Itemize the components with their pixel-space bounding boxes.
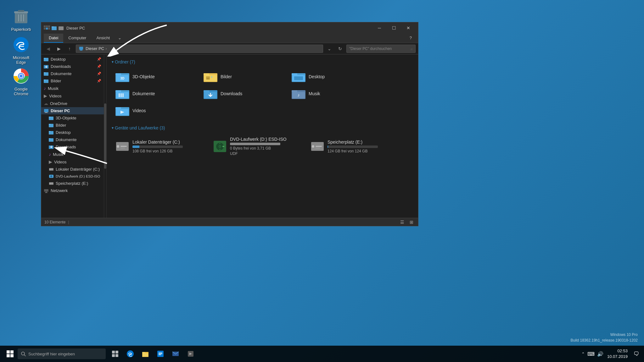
sidebar-scrollbar-thumb[interactable] (104, 103, 106, 169)
nav-forward-button[interactable]: ▶ (54, 44, 63, 53)
svg-point-93 (219, 146, 221, 147)
sidebar-item-netzwerk[interactable]: Netzwerk (41, 187, 104, 194)
desktop-icon-chrome[interactable]: Google Chrome (7, 66, 35, 97)
sidebar-item-3dobjekte-sub[interactable]: 3D-Objekte (41, 114, 104, 122)
svg-rect-108 (115, 354, 118, 357)
sidebar-label-musik-quick: Musik (48, 86, 59, 91)
svg-rect-24 (80, 50, 83, 51)
address-path-text: Dieser PC (86, 46, 104, 51)
ribbon-tab-datei[interactable]: Datei (44, 34, 63, 43)
sidebar-item-bilder-sub[interactable]: Bilder (41, 122, 104, 129)
svg-rect-36 (49, 117, 51, 118)
folder-item-bilder[interactable]: Bilder (200, 68, 288, 85)
ribbon-help-button[interactable]: ? (406, 34, 416, 43)
taskbar-icon-store[interactable] (154, 346, 167, 361)
taskbar-icon-edge[interactable] (123, 346, 137, 361)
svg-rect-83 (115, 107, 121, 109)
drives-section-label: Geräte und Laufwerke (3) (115, 125, 165, 130)
svg-rect-15 (48, 25, 50, 27)
title-bar-title: Dieser PC (66, 26, 372, 30)
address-path[interactable]: Dieser PC › (76, 45, 323, 53)
sidebar-label-dieser-pc: Dieser PC (51, 108, 70, 113)
view-tiles-button[interactable]: ⊞ (408, 219, 415, 226)
system-clock[interactable]: 02:53 10.07.2019 (607, 348, 628, 359)
sidebar-item-e-drive[interactable]: Speicherplatz (E:) (41, 180, 104, 187)
taskbar-search-box[interactable]: Suchbegriff hier eingeben (18, 348, 106, 359)
ribbon-tab-ansicht[interactable]: Ansicht (91, 34, 115, 43)
explorer-window: Dieser PC ─ ☐ ✕ Datei Computer Ansicht ⌄… (41, 22, 418, 226)
taskbar-edge-icon (126, 350, 134, 358)
svg-rect-46 (51, 169, 53, 169)
address-refresh-button[interactable]: ↻ (336, 44, 344, 53)
svg-rect-105 (112, 351, 115, 354)
notification-button[interactable]: 🗨 (631, 346, 641, 361)
toolbar-icon-pin (58, 25, 64, 30)
tray-volume-icon[interactable]: 🔊 (597, 351, 603, 357)
taskbar-icon-mail[interactable] (169, 346, 182, 361)
drive-item-c[interactable]: Lokaler Datenträger (C:) 108 GB frei von… (112, 134, 209, 158)
start-button[interactable] (3, 346, 18, 361)
folder-item-desktop[interactable]: Desktop (288, 68, 376, 85)
drive-item-e[interactable]: Speicherplatz (E:) 124 GB frei von 124 G… (307, 134, 404, 158)
sidebar-item-videos-sub[interactable]: ▶ Videos (41, 158, 104, 166)
sidebar-item-dokumente[interactable]: Dokumente 📌 (41, 70, 104, 77)
ribbon-tab-computer[interactable]: Computer (63, 34, 91, 43)
folder-item-downloads[interactable]: Downloads (200, 85, 288, 102)
sidebar-item-desktop[interactable]: Desktop 📌 (41, 56, 104, 63)
status-text: 10 Elemente (44, 220, 65, 224)
taskbar-icon-unknown[interactable] (184, 346, 198, 361)
windows-logo-icon (6, 350, 14, 358)
sidebar-item-musik-sub[interactable]: ♪ Musik (41, 151, 104, 158)
sidebar-item-musik-quick[interactable]: ♪ Musik (41, 85, 104, 92)
sidebar-pin-downloads: 📌 (97, 64, 101, 69)
folder-label-downloads: Downloads (221, 91, 242, 96)
sidebar-item-c-drive[interactable]: Lokaler Datenträger (C:) (41, 166, 104, 173)
sidebar-item-downloads-sub[interactable]: Downloads (41, 143, 104, 151)
taskbar-search-placeholder: Suchbegriff hier eingeben (28, 352, 75, 356)
svg-rect-76 (204, 90, 209, 92)
svg-rect-102 (10, 354, 14, 357)
sidebar-item-desktop-sub[interactable]: Desktop (41, 129, 104, 136)
toolbar-icon-back (44, 25, 50, 30)
taskbar-icons (108, 346, 198, 361)
folders-section-label: Ordner (7) (115, 59, 135, 64)
folder-item-3dobjekte[interactable]: 3D 3D-Objekte (112, 68, 200, 85)
desktop-icon-recyclebin[interactable]: Papierkorb (7, 6, 35, 33)
sidebar-label-desktop-sub: Desktop (56, 130, 71, 135)
sidebar-item-bilder-quick[interactable]: Bilder 📌 (41, 77, 104, 85)
search-box[interactable]: "Dieser PC" durchsuchen ⌕ (346, 45, 416, 53)
sidebar-item-downloads[interactable]: Downloads 📌 (41, 63, 104, 70)
svg-rect-61 (204, 73, 209, 75)
svg-rect-14 (46, 25, 48, 27)
folder-item-dokumente[interactable]: Dokumente (112, 85, 200, 102)
close-button[interactable]: ✕ (401, 22, 416, 34)
sidebar-item-dokumente-sub[interactable]: Dokumente (41, 136, 104, 143)
sidebar-pin-bilder: 📌 (97, 79, 101, 83)
drive-item-d[interactable]: DVD-Laufwerk (D:) ESD-ISO 0 Bytes frei v… (209, 134, 307, 158)
windows-info: Windows 10 Pro Build 18362.19h1_release.… (570, 332, 638, 343)
nav-back-button[interactable]: ◀ (44, 44, 53, 53)
address-dropdown-button[interactable]: ⌄ (325, 44, 334, 53)
sidebar-item-videos-quick[interactable]: ▶ Videos (41, 92, 104, 100)
taskbar-icon-taskview[interactable] (108, 346, 122, 361)
nav-up-button[interactable]: ↑ (65, 44, 74, 53)
view-details-button[interactable]: ☰ (399, 219, 406, 226)
sidebar-label-bilder-sub: Bilder (56, 123, 66, 128)
sidebar-item-dieser-pc[interactable]: Dieser PC (41, 107, 104, 114)
sidebar-item-d-drive[interactable]: DVD-Laufwerk (D:) ESD-ISO (41, 173, 104, 180)
folder-item-videos[interactable]: Videos (112, 102, 200, 119)
svg-rect-94 (222, 146, 224, 147)
maximize-button[interactable]: ☐ (387, 22, 401, 34)
minimize-button[interactable]: ─ (372, 22, 387, 34)
tray-up-arrow[interactable]: ⌃ (581, 352, 585, 356)
svg-rect-100 (10, 350, 14, 354)
folder-item-musik[interactable]: ♪ Musik (288, 85, 376, 102)
address-path-arrow: › (105, 46, 107, 51)
desktop-icon-edge[interactable]: Microsoft Edge (7, 35, 35, 66)
sidebar-label-netzwerk: Netzwerk (51, 188, 68, 193)
svg-rect-116 (159, 354, 161, 355)
taskbar-icon-explorer[interactable] (138, 346, 152, 361)
sidebar-item-onedrive[interactable]: ☁ OneDrive (41, 100, 104, 107)
ribbon-expand-button[interactable]: ⌄ (115, 34, 125, 43)
sidebar-scrollbar[interactable] (104, 54, 107, 218)
